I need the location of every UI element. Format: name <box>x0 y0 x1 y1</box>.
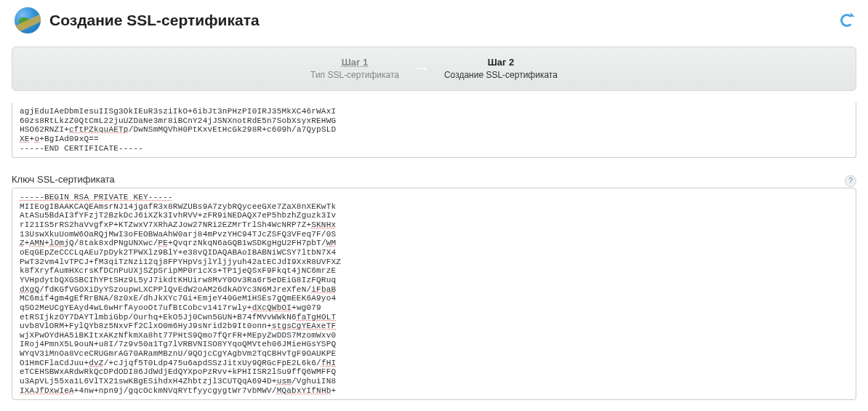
step-2-title: Шаг 2 <box>444 56 558 69</box>
globe-icon <box>15 7 41 33</box>
header-left: Создание SSL-сертификата <box>15 7 260 33</box>
step-1-title: Шаг 1 <box>310 56 399 69</box>
arrow-icon: → <box>414 59 430 78</box>
key-label-row: Ключ SSL-сертификата ? <box>12 174 856 188</box>
help-icon[interactable]: ? <box>845 175 856 187</box>
stepper: Шаг 1 Тип SSL-сертификата → Шаг 2 Создан… <box>12 47 856 91</box>
step-2-subtitle: Создание SSL-сертификата <box>444 69 558 81</box>
page-title: Создание SSL-сертификата <box>49 12 260 29</box>
step-1[interactable]: Шаг 1 Тип SSL-сертификата <box>310 56 399 81</box>
refresh-icon[interactable] <box>840 14 853 27</box>
page-header: Создание SSL-сертификата <box>0 0 868 41</box>
certificate-textarea[interactable]: agjEduIAeDbmIesuIISg3OkIEuR3sziIkO+6ibJt… <box>12 103 856 158</box>
content-area: agjEduIAeDbmIesuIISg3OkIEuR3sziIkO+6ibJt… <box>0 103 868 400</box>
step-1-subtitle: Тип SSL-сертификата <box>310 69 399 81</box>
private-key-textarea[interactable]: -----BEGIN RSA PRIVATE KEY----- MIIEogIB… <box>12 188 856 400</box>
key-section-label: Ключ SSL-сертификата <box>12 174 115 185</box>
step-2: Шаг 2 Создание SSL-сертификата <box>444 56 558 81</box>
